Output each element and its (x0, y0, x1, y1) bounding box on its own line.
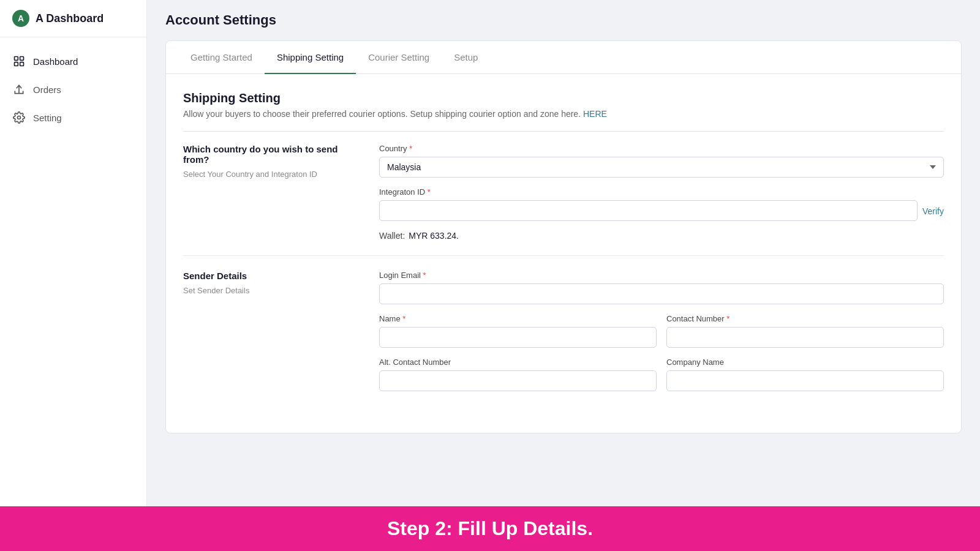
alt-contact-group: Alt. Contact Number (379, 358, 657, 391)
shipping-setting-title: Shipping Setting (183, 91, 944, 105)
sidebar-nav: Dashboard Orders Setting (0, 37, 146, 141)
tabs-bar: Getting Started Shipping Setting Courier… (166, 41, 961, 74)
svg-rect-3 (20, 62, 24, 66)
sender-section: Sender Details Set Sender Details Login … (183, 271, 944, 416)
sidebar-item-setting[interactable]: Setting (0, 103, 146, 132)
tab-courier-setting[interactable]: Courier Setting (356, 41, 442, 73)
tab-getting-started[interactable]: Getting Started (178, 41, 265, 73)
integration-required: * (428, 187, 431, 197)
alt-contact-label: Alt. Contact Number (379, 358, 657, 367)
tab-setup[interactable]: Setup (442, 41, 490, 73)
integration-group: Integraton ID * Verify (379, 187, 944, 221)
alt-company-row: Alt. Contact Number Company Name (379, 358, 944, 401)
dashboard-icon (12, 54, 26, 68)
orders-icon (12, 83, 26, 96)
country-select[interactable]: Malaysia Singapore Indonesia Thailand (379, 157, 944, 178)
company-label: Company Name (666, 358, 944, 367)
logo-icon: A (12, 10, 29, 27)
wallet-label: Wallet: (379, 231, 405, 241)
name-label: Name * (379, 314, 657, 323)
sidebar-item-orders[interactable]: Orders (0, 75, 146, 103)
sidebar-item-dashboard-label: Dashboard (33, 56, 78, 67)
shipping-setting-desc: Allow your buyers to choose their prefer… (183, 109, 944, 119)
sender-left-title: Sender Details (183, 271, 355, 281)
sidebar-item-setting-label: Setting (33, 113, 62, 123)
contact-group: Contact Number * (666, 314, 944, 348)
alt-contact-input[interactable] (379, 370, 657, 391)
tab-shipping-setting[interactable]: Shipping Setting (265, 41, 356, 73)
page-title: Account Settings (165, 12, 962, 28)
login-email-label: Login Email * (379, 271, 944, 280)
sidebar: A A Dashboard Dashboard Orders Setting (0, 0, 147, 506)
sender-right: Login Email * Name * (379, 271, 944, 401)
login-email-group: Login Email * (379, 271, 944, 304)
sidebar-item-orders-label: Orders (33, 84, 61, 95)
company-group: Company Name (666, 358, 944, 391)
contact-required: * (726, 314, 729, 323)
country-left-title: Which country do you wish to send from? (183, 144, 355, 165)
svg-rect-0 (15, 57, 18, 61)
logo-text: A Dashboard (36, 12, 104, 25)
wallet-value: MYR 633.24. (409, 231, 459, 241)
svg-point-5 (18, 116, 21, 119)
app-logo: A A Dashboard (0, 0, 146, 37)
setting-icon (12, 111, 26, 124)
integration-label: Integraton ID * (379, 187, 944, 197)
login-email-required: * (423, 271, 426, 280)
name-group: Name * (379, 314, 657, 348)
contact-label: Contact Number * (666, 314, 944, 323)
settings-card: Getting Started Shipping Setting Courier… (165, 40, 962, 433)
bottom-banner-text: Step 2: Fill Up Details. (387, 517, 593, 539)
verify-link[interactable]: Verify (922, 200, 944, 216)
svg-rect-1 (20, 57, 24, 61)
country-left: Which country do you wish to send from? … (183, 144, 355, 241)
name-input[interactable] (379, 327, 657, 348)
country-right: Country * Malaysia Singapore Indonesia T… (379, 144, 944, 241)
country-required: * (409, 144, 412, 153)
login-email-input[interactable] (379, 283, 944, 304)
sender-left-desc: Set Sender Details (183, 286, 355, 295)
svg-rect-2 (15, 62, 18, 66)
country-group: Country * Malaysia Singapore Indonesia T… (379, 144, 944, 178)
name-contact-row: Name * Contact Number * (379, 314, 944, 358)
contact-input[interactable] (666, 327, 944, 348)
country-left-desc: Select Your Country and Integraton ID (183, 170, 355, 179)
integration-row: Verify (379, 200, 944, 221)
company-input[interactable] (666, 370, 944, 391)
bottom-banner: Step 2: Fill Up Details. (0, 506, 980, 551)
name-required: * (402, 314, 405, 323)
country-label: Country * (379, 144, 944, 153)
here-link[interactable]: HERE (583, 109, 607, 119)
wallet-row: Wallet: MYR 633.24. (379, 231, 944, 241)
country-section: Which country do you wish to send from? … (183, 144, 944, 256)
sidebar-item-dashboard[interactable]: Dashboard (0, 47, 146, 75)
integration-id-input[interactable] (379, 200, 918, 221)
main-content: Account Settings Getting Started Shippin… (147, 0, 980, 506)
settings-body: Shipping Setting Allow your buyers to ch… (166, 74, 961, 433)
sender-left: Sender Details Set Sender Details (183, 271, 355, 401)
